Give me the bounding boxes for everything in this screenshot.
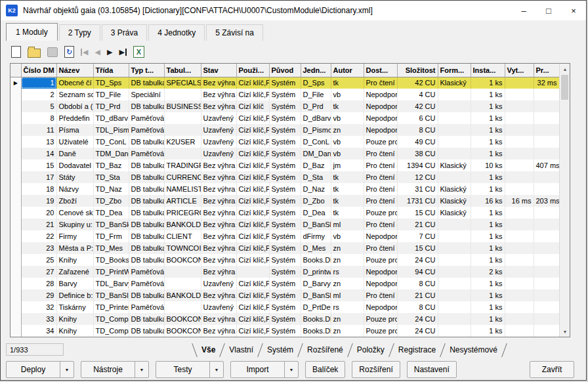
cell-instalace[interactable]: 1 ks bbox=[471, 148, 505, 159]
cell-pouziti[interactable]: Cizí klíč,Při bbox=[236, 325, 269, 337]
cell-jednotka[interactable]: D_Prd bbox=[301, 100, 331, 112]
cell-vytvoreni[interactable] bbox=[505, 89, 534, 100]
cell-slozitost[interactable]: 38 CU bbox=[397, 148, 438, 159]
cell-slozitost[interactable]: 8 CU bbox=[397, 124, 438, 136]
cell-jednotka[interactable]: D_printw bbox=[301, 266, 331, 278]
import-dropdown-icon[interactable]: ▼ bbox=[284, 362, 298, 377]
column-header-cislo[interactable]: Číslo DM bbox=[21, 64, 56, 77]
cell-autor[interactable]: tk bbox=[331, 171, 364, 183]
filter-tab-nesystemove[interactable]: Nesystémové bbox=[443, 344, 504, 356]
tab-zavisi-na[interactable]: 5 Závisí na bbox=[206, 24, 263, 41]
cell-tabulka[interactable]: ARTICLE bbox=[164, 195, 201, 207]
cell-trida[interactable]: TD_Naz bbox=[93, 183, 129, 195]
table-row[interactable]: 33KnihyTD_CompaDB tabulkaBOOKCONBez výhr… bbox=[10, 313, 559, 325]
cell-pouziti[interactable]: Cizí klíč,Při bbox=[236, 124, 269, 136]
cell-vytvoreni[interactable] bbox=[505, 159, 534, 171]
tab-prava[interactable]: 3 Práva bbox=[102, 24, 147, 41]
filter-tab-registrace[interactable]: Registrace bbox=[392, 344, 442, 356]
deploy-button[interactable]: Deploy▼ bbox=[6, 361, 74, 378]
cell-instalace[interactable]: 1 ks bbox=[471, 301, 505, 313]
cell-dostupnost[interactable]: Pouze pro bbox=[364, 325, 397, 337]
cell-nazev[interactable]: Daně bbox=[56, 148, 93, 159]
column-header-stav[interactable]: Stav bbox=[201, 64, 236, 77]
cell-cislo[interactable]: 13 bbox=[21, 136, 56, 148]
cell-nazev[interactable]: Obecné čí bbox=[56, 77, 93, 89]
cell-nazev[interactable]: Města a P: bbox=[56, 242, 93, 254]
cell-dostupnost[interactable]: Nepodpor bbox=[364, 112, 397, 124]
cell-trida[interactable]: TDM_Dane bbox=[93, 148, 129, 159]
cell-stav[interactable]: Bez výhra bbox=[201, 254, 236, 266]
cell-trida[interactable]: TDL_Pismo bbox=[93, 124, 129, 136]
vertical-scrollbar[interactable]: ▲ ▼ bbox=[559, 64, 570, 337]
cell-instalace[interactable]: 1 ks bbox=[471, 100, 505, 112]
cell-dostupnost[interactable]: Nepodpor bbox=[364, 100, 397, 112]
column-header-tabulka[interactable]: Tabul... bbox=[164, 64, 201, 77]
next-record-icon[interactable]: ▶ bbox=[107, 45, 112, 59]
cell-tabulka[interactable]: BANKOLD bbox=[164, 289, 201, 301]
filter-tab-vlastni[interactable]: Vlastní bbox=[222, 344, 260, 356]
tab-typy[interactable]: 2 Typy bbox=[59, 24, 100, 41]
cell-autor[interactable]: ml bbox=[331, 289, 364, 301]
cell-typ[interactable]: Paměťová bbox=[129, 266, 164, 278]
cell-jednotka[interactable]: D_ConL bbox=[301, 136, 331, 148]
cell-pristup[interactable] bbox=[534, 183, 559, 195]
cell-jednotka[interactable]: D_Baz bbox=[301, 159, 331, 171]
cell-pristup[interactable] bbox=[534, 242, 559, 254]
scrollbar-thumb[interactable] bbox=[561, 75, 568, 100]
cell-autor[interactable]: tk bbox=[331, 100, 364, 112]
cell-pristup[interactable] bbox=[534, 313, 559, 325]
column-header-nazev[interactable]: Název bbox=[56, 64, 93, 77]
cell-vytvoreni[interactable] bbox=[505, 301, 534, 313]
cell-stav[interactable]: Bez výhra bbox=[201, 289, 236, 301]
cell-stav[interactable]: Bez výhra bbox=[201, 207, 236, 219]
cell-slozitost[interactable]: 31 CU bbox=[397, 183, 438, 195]
cell-vytvoreni[interactable] bbox=[505, 266, 534, 278]
cell-instalace[interactable]: 1 ks bbox=[471, 89, 505, 100]
cell-vytvoreni[interactable] bbox=[505, 242, 534, 254]
cell-tabulka[interactable]: CLIENT bbox=[164, 230, 201, 242]
cell-instalace[interactable]: 1 ks bbox=[471, 124, 505, 136]
column-header-slozitost[interactable]: Složitost bbox=[397, 64, 438, 77]
cell-trida[interactable]: TD_Mes bbox=[93, 242, 129, 254]
cell-vytvoreni[interactable]: 16 ms bbox=[505, 195, 534, 207]
cell-typ[interactable]: DB tabulka bbox=[129, 207, 164, 219]
cell-forma[interactable]: Klasický bbox=[438, 77, 471, 89]
cell-dostupnost[interactable]: Pro čtení i bbox=[364, 148, 397, 159]
cell-tabulka[interactable]: BOOKCON bbox=[164, 313, 201, 325]
cell-puvod[interactable]: Systém bbox=[269, 301, 301, 313]
testy-button[interactable]: Testy▼ bbox=[156, 361, 224, 378]
last-record-icon[interactable]: ▶ bbox=[119, 45, 126, 59]
nastroje-dropdown-icon[interactable]: ▼ bbox=[135, 362, 148, 377]
cell-trida[interactable]: TD_Frm bbox=[93, 230, 129, 242]
cell-dostupnost[interactable]: Pouze pro bbox=[364, 207, 397, 219]
cell-stav[interactable]: Bez výhra bbox=[201, 77, 236, 89]
table-row[interactable]: 5Období a (TD_PrdDB tabulkaBUSINESSBez v… bbox=[10, 100, 559, 112]
cell-puvod[interactable]: Systém bbox=[269, 325, 301, 337]
cell-autor[interactable]: zn bbox=[331, 278, 364, 289]
cell-pristup[interactable] bbox=[534, 219, 559, 230]
cell-slozitost[interactable]: 42 CU bbox=[397, 77, 438, 89]
cell-slozitost[interactable]: 24 CU bbox=[397, 325, 438, 337]
cell-vytvoreni[interactable] bbox=[505, 100, 534, 112]
table-row[interactable]: 8PředdefinTD_dBarvPaměťováUzavřenýCizí k… bbox=[10, 112, 559, 124]
cell-cislo[interactable]: 5 bbox=[21, 100, 56, 112]
cell-trida[interactable]: TD_Compa bbox=[93, 313, 129, 325]
cell-jednotka[interactable]: D_Zbo bbox=[301, 195, 331, 207]
cell-stav[interactable]: Bez výhra bbox=[201, 313, 236, 325]
cell-instalace[interactable]: 1 ks bbox=[471, 219, 505, 230]
cell-typ[interactable]: DB tabulka bbox=[129, 77, 164, 89]
cell-vytvoreni[interactable] bbox=[505, 278, 534, 289]
cell-tabulka[interactable]: BOOKCON bbox=[164, 254, 201, 266]
cell-typ[interactable]: DB tabulka bbox=[129, 219, 164, 230]
column-header-trida[interactable]: Třída bbox=[93, 64, 129, 77]
cell-tabulka[interactable]: K2USER bbox=[164, 136, 201, 148]
cell-stav[interactable]: Bez výhra bbox=[201, 171, 236, 183]
cell-slozitost[interactable]: 6 CU bbox=[397, 112, 438, 124]
cell-pouziti[interactable]: Cizí klíč,Při bbox=[236, 242, 269, 254]
cell-tabulka[interactable] bbox=[164, 278, 201, 289]
cell-pristup[interactable] bbox=[534, 100, 559, 112]
cell-forma[interactable] bbox=[438, 148, 471, 159]
cell-nazev[interactable]: Uživatelé bbox=[56, 136, 93, 148]
cell-nazev[interactable]: Knihy bbox=[56, 254, 93, 266]
cell-puvod[interactable]: Systém bbox=[269, 313, 301, 325]
